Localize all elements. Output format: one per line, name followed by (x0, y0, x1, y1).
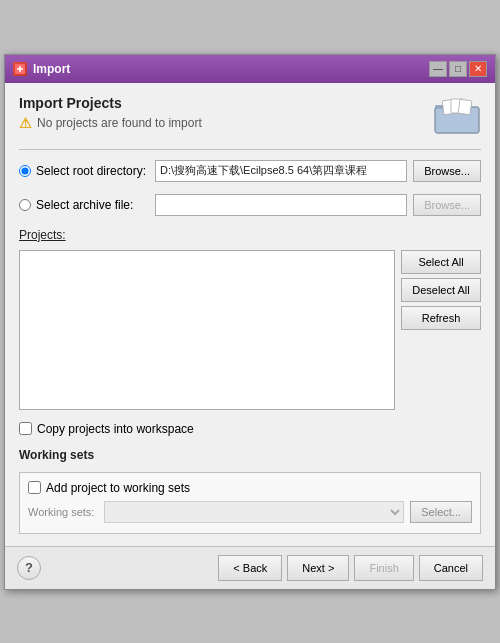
projects-section: Projects: (19, 228, 481, 242)
header-left: Import Projects ⚠ No projects are found … (19, 95, 202, 131)
root-directory-row: Select root directory: Browse... (19, 160, 481, 182)
close-button[interactable]: ✕ (469, 61, 487, 77)
archive-file-label[interactable]: Select archive file: (19, 198, 149, 212)
copy-checkbox-row: Copy projects into workspace (19, 422, 481, 436)
archive-file-input[interactable] (155, 194, 407, 216)
ws-select-row: Working sets: Select... (28, 501, 472, 523)
select-all-button[interactable]: Select All (401, 250, 481, 274)
add-to-working-sets-label[interactable]: Add project to working sets (46, 481, 190, 495)
deselect-all-button[interactable]: Deselect All (401, 278, 481, 302)
working-sets-dropdown[interactable] (104, 501, 404, 523)
warning-text: No projects are found to import (37, 116, 202, 130)
app-icon (13, 62, 27, 76)
ws-checkbox-row: Add project to working sets (28, 481, 472, 495)
title-controls: — □ ✕ (429, 61, 487, 77)
help-button[interactable]: ? (17, 556, 41, 580)
root-directory-browse-button[interactable]: Browse... (413, 160, 481, 182)
add-to-working-sets-checkbox[interactable] (28, 481, 41, 494)
root-directory-text: Select root directory: (36, 164, 146, 178)
minimize-button[interactable]: — (429, 61, 447, 77)
projects-area: Select All Deselect All Refresh (19, 250, 481, 410)
finish-button[interactable]: Finish (354, 555, 413, 581)
next-button[interactable]: Next > (287, 555, 349, 581)
warning-icon: ⚠ (19, 115, 32, 131)
archive-file-radio[interactable] (19, 199, 31, 211)
warning-row: ⚠ No projects are found to import (19, 115, 202, 131)
import-dialog: Import — □ ✕ Import Projects ⚠ No projec… (4, 54, 496, 590)
footer-right: < Back Next > Finish Cancel (218, 555, 483, 581)
working-sets-label: Working sets (19, 448, 481, 462)
archive-file-text: Select archive file: (36, 198, 133, 212)
root-directory-input[interactable] (155, 160, 407, 182)
header-section: Import Projects ⚠ No projects are found … (19, 95, 481, 135)
window-title: Import (33, 62, 70, 76)
projects-list[interactable] (19, 250, 395, 410)
copy-label[interactable]: Copy projects into workspace (37, 422, 194, 436)
folder-icon (433, 95, 481, 135)
title-bar: Import — □ ✕ (5, 55, 495, 83)
refresh-button[interactable]: Refresh (401, 306, 481, 330)
maximize-button[interactable]: □ (449, 61, 467, 77)
separator-1 (19, 149, 481, 150)
archive-browse-button[interactable]: Browse... (413, 194, 481, 216)
working-sets-field-label: Working sets: (28, 506, 98, 518)
archive-file-row: Select archive file: Browse... (19, 194, 481, 216)
cancel-button[interactable]: Cancel (419, 555, 483, 581)
footer-left: ? (17, 556, 41, 580)
root-directory-radio[interactable] (19, 165, 31, 177)
svg-rect-8 (458, 99, 472, 115)
title-bar-left: Import (13, 62, 70, 76)
dialog-content: Import Projects ⚠ No projects are found … (5, 83, 495, 546)
dialog-title: Import Projects (19, 95, 202, 111)
back-button[interactable]: < Back (218, 555, 282, 581)
copy-checkbox[interactable] (19, 422, 32, 435)
projects-buttons: Select All Deselect All Refresh (401, 250, 481, 410)
projects-label: Projects: (19, 228, 66, 242)
root-directory-label[interactable]: Select root directory: (19, 164, 149, 178)
working-sets-select-button[interactable]: Select... (410, 501, 472, 523)
working-sets-section: Add project to working sets Working sets… (19, 472, 481, 534)
footer: ? < Back Next > Finish Cancel (5, 546, 495, 589)
